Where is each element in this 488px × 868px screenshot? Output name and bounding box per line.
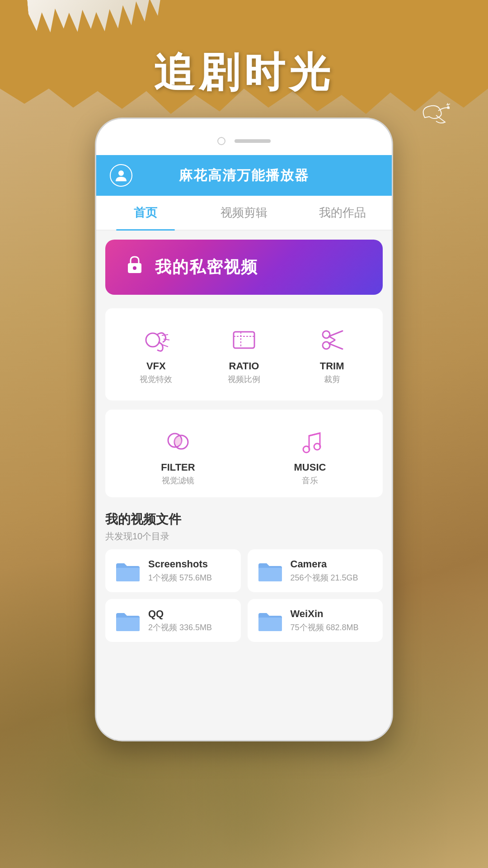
- banner-title: 追剧时光: [0, 45, 488, 100]
- folder-meta-weixin: 75个视频 682.8MB: [291, 622, 374, 633]
- tool-ratio[interactable]: RATIO 视频比例: [202, 317, 286, 392]
- folder-qq[interactable]: QQ 2个视频 336.5MB: [105, 599, 241, 642]
- filter-label-en: FILTER: [161, 462, 195, 473]
- folder-info-weixin: WeiXin 75个视频 682.8MB: [291, 608, 374, 633]
- filter-label-cn: 视觉滤镜: [162, 475, 194, 486]
- svg-rect-21: [116, 568, 140, 581]
- tool-filter[interactable]: FILTER 视觉滤镜: [114, 419, 242, 493]
- tab-bar: 首页 视频剪辑 我的作品: [96, 196, 392, 231]
- svg-point-1: [118, 170, 124, 176]
- app-header: 麻花高清万能播放器: [96, 155, 392, 196]
- svg-line-18: [309, 433, 320, 436]
- trim-icon: [314, 324, 350, 356]
- tool-music[interactable]: MUSIC 音乐: [246, 419, 374, 493]
- folder-grid: Screenshots 1个视频 575.6MB: [105, 549, 383, 642]
- music-label-cn: 音乐: [302, 475, 318, 486]
- private-video-label: 我的私密视频: [155, 256, 258, 278]
- app-title: 麻花高清万能播放器: [179, 166, 309, 185]
- folder-weixin[interactable]: WeiXin 75个视频 682.8MB: [248, 599, 383, 642]
- svg-point-0: [447, 106, 450, 109]
- vfx-label-cn: 视觉特效: [140, 374, 172, 385]
- filter-icon: [160, 425, 196, 457]
- folder-camera[interactable]: Camera 256个视频 21.5GB: [248, 549, 383, 592]
- trim-label-en: TRIM: [320, 360, 344, 372]
- svg-line-13: [329, 336, 335, 340]
- private-video-banner[interactable]: 我的私密视频: [105, 240, 383, 295]
- svg-line-12: [329, 344, 343, 349]
- my-videos-title: 我的视频文件: [105, 511, 383, 528]
- dove-decoration: [416, 99, 452, 137]
- folder-icon-weixin: [257, 609, 284, 632]
- svg-line-6: [164, 339, 169, 340]
- user-icon[interactable]: [110, 164, 132, 187]
- folder-info-screenshots: Screenshots 1个视频 575.6MB: [148, 558, 232, 583]
- svg-line-11: [329, 331, 343, 336]
- tool-grid-top: VFX 视觉特效 RATIO 视频比例: [105, 308, 383, 401]
- folder-icon-qq: [114, 609, 141, 632]
- phone-frame: 麻花高清万能播放器 首页 视频剪辑 我的作品 我的私密视频: [95, 118, 393, 741]
- trim-label-cn: 裁剪: [324, 374, 340, 385]
- app-content: 我的私密视频 VFX: [96, 231, 392, 651]
- svg-point-10: [323, 342, 330, 349]
- my-videos-subtitle: 共发现10个目录: [105, 530, 383, 542]
- folder-screenshots[interactable]: Screenshots 1个视频 575.6MB: [105, 549, 241, 592]
- tab-home[interactable]: 首页: [96, 196, 195, 230]
- app-screen: 麻花高清万能播放器 首页 视频剪辑 我的作品 我的私密视频: [96, 155, 392, 740]
- folder-meta-screenshots: 1个视频 575.6MB: [148, 572, 232, 583]
- music-label-en: MUSIC: [294, 462, 326, 473]
- folder-name-screenshots: Screenshots: [148, 558, 232, 570]
- folder-name-camera: Camera: [291, 558, 374, 570]
- folder-icon-screenshots: [114, 560, 141, 582]
- folder-name-weixin: WeiXin: [291, 608, 374, 620]
- svg-rect-23: [116, 618, 140, 631]
- svg-point-4: [146, 333, 160, 347]
- vfx-label-en: VFX: [146, 360, 166, 372]
- ratio-label-en: RATIO: [229, 360, 259, 372]
- folder-name-qq: QQ: [148, 608, 232, 620]
- svg-rect-22: [258, 568, 282, 581]
- svg-point-9: [323, 331, 330, 338]
- banner-container: 追剧时光: [0, 0, 488, 145]
- folder-icon-camera: [257, 560, 284, 582]
- music-icon: [292, 425, 328, 457]
- tool-grid-bottom: FILTER 视觉滤镜 MUSIC 音乐: [105, 410, 383, 497]
- svg-line-5: [162, 335, 168, 335]
- folder-meta-qq: 2个视频 336.5MB: [148, 622, 232, 633]
- ratio-label-cn: 视频比例: [228, 374, 260, 385]
- svg-point-3: [133, 266, 136, 270]
- tab-video-edit[interactable]: 视频剪辑: [195, 196, 293, 230]
- svg-rect-8: [234, 332, 254, 348]
- folder-meta-camera: 256个视频 21.5GB: [291, 572, 374, 583]
- tab-my-works[interactable]: 我的作品: [293, 196, 392, 230]
- vfx-icon: [138, 324, 174, 356]
- lock-icon: [123, 253, 146, 281]
- ratio-icon: [226, 324, 262, 356]
- svg-line-14: [329, 340, 335, 344]
- tool-vfx[interactable]: VFX 视觉特效: [114, 317, 198, 392]
- tool-trim[interactable]: TRIM 裁剪: [290, 317, 374, 392]
- svg-point-17: [174, 437, 182, 446]
- svg-rect-24: [258, 618, 282, 631]
- folder-info-camera: Camera 256个视频 21.5GB: [291, 558, 374, 583]
- folder-info-qq: QQ 2个视频 336.5MB: [148, 608, 232, 633]
